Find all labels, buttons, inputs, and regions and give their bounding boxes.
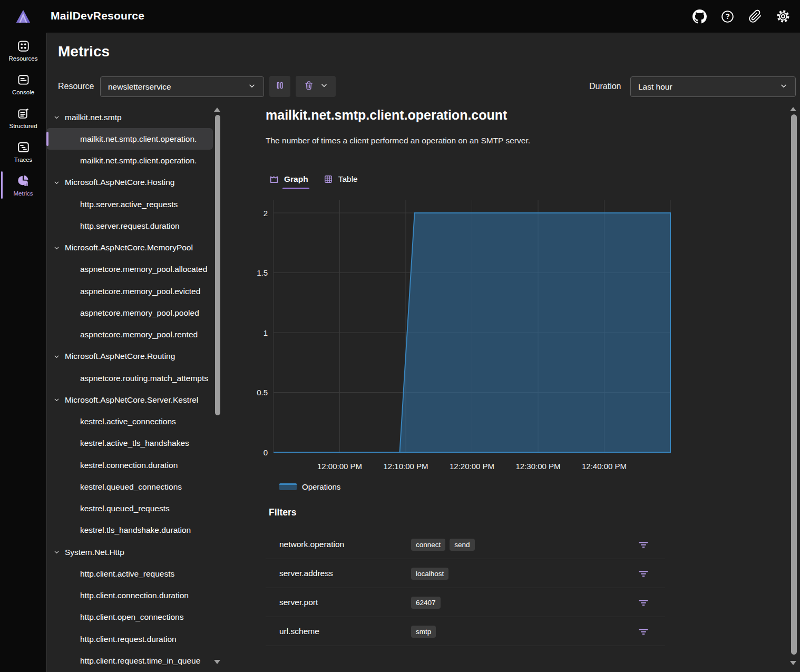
tree-group[interactable]: Microsoft.AspNetCore.Server.Kestrel xyxy=(46,389,213,411)
tree-item-label: kestrel.connection.duration xyxy=(80,461,178,470)
tree-group[interactable]: mailkit.net.smtp xyxy=(46,106,213,128)
tree-metric-item[interactable]: aspnetcore.memory_pool.pooled xyxy=(46,302,213,324)
tree-metric-item[interactable]: mailkit.net.smtp.client.operation. xyxy=(46,150,213,172)
tab-graph[interactable]: Graph xyxy=(269,174,308,189)
filter-button[interactable] xyxy=(637,538,650,551)
tab-label: Table xyxy=(338,174,358,184)
filter-button[interactable] xyxy=(637,625,650,638)
sidebar-nav: ResourcesConsoleStructuredTracesMetrics xyxy=(0,33,46,672)
filter-values: smtp xyxy=(411,626,637,638)
sidebar-item-label: Console xyxy=(12,89,34,95)
resource-select[interactable]: newsletterservice xyxy=(100,76,264,97)
tree-metric-item[interactable]: http.client.request.duration xyxy=(46,628,213,650)
top-bar: MailDevResource ? xyxy=(0,0,800,33)
help-button[interactable]: ? xyxy=(720,9,735,24)
tree-group[interactable]: Microsoft.AspNetCore.Hosting xyxy=(46,172,213,193)
tree-group[interactable]: Microsoft.AspNetCore.Routing xyxy=(46,346,213,367)
metric-title: mailkit.net.smtp.client.operation.count xyxy=(266,108,507,123)
pause-icon xyxy=(274,80,286,93)
metrics-pie-icon xyxy=(16,174,31,188)
tree-metric-item[interactable]: http.client.request.time_in_queue xyxy=(46,650,213,671)
tree-metric-item[interactable]: kestrel.queued_requests xyxy=(46,498,213,520)
tree-group[interactable]: System.Net.Http xyxy=(46,541,213,563)
table-tab-icon xyxy=(323,174,334,184)
tree-metric-item[interactable]: kestrel.tls_handshake.duration xyxy=(46,520,213,541)
console-logs-icon xyxy=(16,73,31,87)
help-icon: ? xyxy=(720,9,735,24)
filter-name: network.operation xyxy=(279,540,411,549)
duration-select-value: Last hour xyxy=(638,82,779,92)
metrics-tree: mailkit.net.smtpmailkit.net.smtp.client.… xyxy=(46,105,214,671)
github-button[interactable] xyxy=(692,9,707,24)
filter-row: server.addresslocalhost xyxy=(266,559,665,588)
topbar-actions: ? xyxy=(692,9,791,24)
filter-name: server.address xyxy=(279,569,411,578)
tree-item-label: mailkit.net.smtp.client.operation. xyxy=(80,156,197,165)
main-scroll-up-arrow[interactable] xyxy=(790,107,796,111)
filter-button[interactable] xyxy=(637,596,650,609)
tree-metric-item[interactable]: aspnetcore.memory_pool.rented xyxy=(46,324,213,346)
page-title: Metrics xyxy=(58,43,110,60)
sidebar-item-resources[interactable]: Resources xyxy=(0,34,46,66)
paperclip-button[interactable] xyxy=(748,9,763,24)
tab-table[interactable]: Table xyxy=(323,174,358,189)
tree-metric-item[interactable]: http.client.connection.duration xyxy=(46,585,213,607)
tree-metric-item[interactable]: aspnetcore.routing.match_attempts xyxy=(46,367,213,389)
x-axis-tick-label: 12:40:00 PM xyxy=(582,462,627,471)
main-scrollbar-thumb[interactable] xyxy=(791,114,797,655)
sidebar-item-label: Metrics xyxy=(13,190,33,197)
chevron-down-icon xyxy=(53,179,60,186)
x-axis-tick-label: 12:00:00 PM xyxy=(317,462,362,471)
sidebar-item-structured[interactable]: Structured xyxy=(0,101,46,134)
sidebar-item-traces[interactable]: Traces xyxy=(0,135,46,168)
resources-grid-icon xyxy=(16,39,31,53)
tree-metric-item[interactable]: http.server.request.duration xyxy=(46,215,213,237)
tree-metric-item[interactable]: kestrel.active_tls_handshakes xyxy=(46,433,213,454)
chevron-down-icon xyxy=(779,82,788,92)
tree-group[interactable]: Microsoft.AspNetCore.MemoryPool xyxy=(46,237,213,259)
duration-select[interactable]: Last hour xyxy=(630,76,796,97)
tree-metric-item[interactable]: http.client.open_connections xyxy=(46,607,213,628)
tree-item-label: aspnetcore.routing.match_attempts xyxy=(80,374,208,383)
tree-item-label: Microsoft.AspNetCore.MemoryPool xyxy=(65,243,193,252)
tree-item-label: http.server.active_requests xyxy=(80,200,178,209)
y-axis-tick-label: 2 xyxy=(264,209,268,218)
tree-scrollbar-thumb[interactable] xyxy=(215,115,220,415)
tree-item-label: kestrel.active_connections xyxy=(80,417,176,426)
tree-item-label: kestrel.tls_handshake.duration xyxy=(80,525,191,535)
tree-metric-item[interactable]: mailkit.net.smtp.client.operation. xyxy=(46,128,213,150)
tree-item-label: kestrel.queued_requests xyxy=(80,504,170,513)
remove-metrics-split-button[interactable] xyxy=(296,76,336,97)
tree-item-label: http.client.request.time_in_queue xyxy=(80,656,200,666)
tree-item-label: mailkit.net.smtp.client.operation. xyxy=(80,134,197,144)
main-scroll-down-arrow[interactable] xyxy=(790,661,796,665)
tree-item-label: http.client.open_connections xyxy=(80,612,183,622)
sidebar-item-console[interactable]: Console xyxy=(0,67,46,100)
filter-icon xyxy=(637,567,650,580)
svg-text:?: ? xyxy=(725,12,730,21)
x-axis-tick-label: 12:30:00 PM xyxy=(515,462,560,471)
y-axis-tick-label: 1.5 xyxy=(257,268,268,277)
operations-area-chart[interactable]: 00.511.5212:00:00 PM12:10:00 PM12:20:00 … xyxy=(227,195,800,501)
filter-button[interactable] xyxy=(637,567,650,580)
chevron-down-icon xyxy=(53,245,60,251)
legend-swatch xyxy=(279,483,297,490)
tree-metric-item[interactable]: aspnetcore.memory_pool.evicted xyxy=(46,280,213,302)
tree-metric-item[interactable]: http.server.active_requests xyxy=(46,193,213,215)
tree-metric-item[interactable]: kestrel.queued_connections xyxy=(46,476,213,498)
tree-metric-item[interactable]: http.client.active_requests xyxy=(46,563,213,585)
pause-metrics-button[interactable] xyxy=(269,76,290,97)
sidebar-item-metrics[interactable]: Metrics xyxy=(0,169,46,201)
tree-scroll-down-arrow[interactable] xyxy=(214,660,220,664)
tree-metric-item[interactable]: kestrel.active_connections xyxy=(46,411,213,433)
tree-metric-item[interactable]: aspnetcore.memory_pool.allocated xyxy=(46,259,213,280)
chevron-down-icon xyxy=(53,114,60,121)
tree-item-label: aspnetcore.memory_pool.pooled xyxy=(80,308,199,318)
sidebar-item-label: Resources xyxy=(9,55,38,62)
settings-gear-button[interactable] xyxy=(776,9,791,24)
filter-value-chip: smtp xyxy=(411,626,436,638)
tree-metric-item[interactable]: kestrel.connection.duration xyxy=(46,454,213,476)
tree-scroll-up-arrow[interactable] xyxy=(214,108,220,112)
view-tabs: GraphTable xyxy=(269,174,358,189)
trash-icon xyxy=(303,80,315,93)
